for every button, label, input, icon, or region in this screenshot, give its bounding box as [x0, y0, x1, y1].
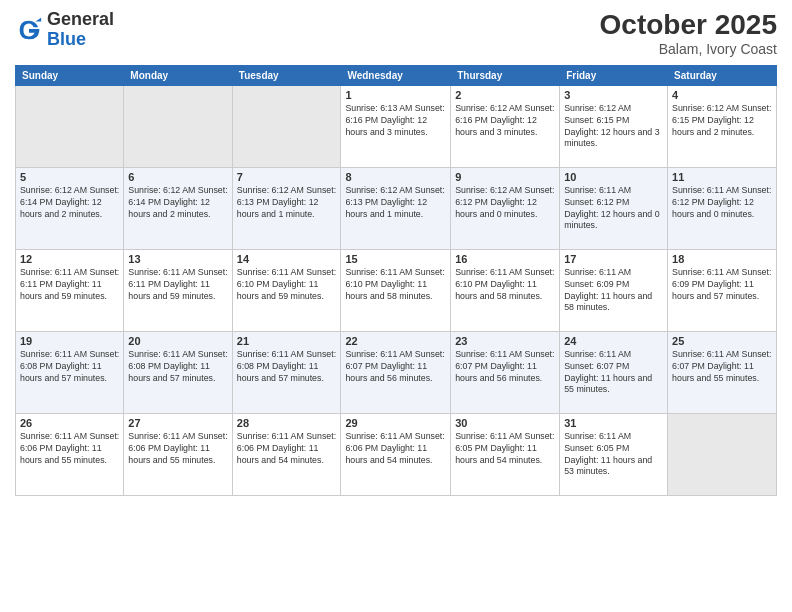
- day-number: 24: [564, 335, 663, 347]
- day-number: 26: [20, 417, 119, 429]
- calendar-cell: [668, 413, 777, 495]
- calendar-cell: 24Sunrise: 6:11 AM Sunset: 6:07 PM Dayli…: [560, 331, 668, 413]
- calendar-cell: 7Sunrise: 6:12 AM Sunset: 6:13 PM Daylig…: [232, 167, 341, 249]
- day-number: 11: [672, 171, 772, 183]
- day-info: Sunrise: 6:11 AM Sunset: 6:11 PM Dayligh…: [128, 267, 227, 303]
- day-number: 7: [237, 171, 337, 183]
- day-number: 13: [128, 253, 227, 265]
- day-number: 18: [672, 253, 772, 265]
- calendar-cell: 28Sunrise: 6:11 AM Sunset: 6:06 PM Dayli…: [232, 413, 341, 495]
- calendar-cell: 5Sunrise: 6:12 AM Sunset: 6:14 PM Daylig…: [16, 167, 124, 249]
- day-info: Sunrise: 6:11 AM Sunset: 6:09 PM Dayligh…: [672, 267, 772, 303]
- day-info: Sunrise: 6:11 AM Sunset: 6:10 PM Dayligh…: [455, 267, 555, 303]
- day-number: 6: [128, 171, 227, 183]
- day-info: Sunrise: 6:12 AM Sunset: 6:14 PM Dayligh…: [20, 185, 119, 221]
- day-number: 28: [237, 417, 337, 429]
- day-info: Sunrise: 6:12 AM Sunset: 6:12 PM Dayligh…: [455, 185, 555, 221]
- day-info: Sunrise: 6:11 AM Sunset: 6:12 PM Dayligh…: [564, 185, 663, 233]
- day-info: Sunrise: 6:11 AM Sunset: 6:07 PM Dayligh…: [455, 349, 555, 385]
- day-number: 31: [564, 417, 663, 429]
- day-info: Sunrise: 6:11 AM Sunset: 6:09 PM Dayligh…: [564, 267, 663, 315]
- calendar-cell: 3Sunrise: 6:12 AM Sunset: 6:15 PM Daylig…: [560, 85, 668, 167]
- day-info: Sunrise: 6:12 AM Sunset: 6:14 PM Dayligh…: [128, 185, 227, 221]
- weekday-header: Wednesday: [341, 65, 451, 85]
- day-number: 27: [128, 417, 227, 429]
- logo-text: General Blue: [47, 10, 114, 50]
- day-number: 10: [564, 171, 663, 183]
- day-info: Sunrise: 6:12 AM Sunset: 6:16 PM Dayligh…: [455, 103, 555, 139]
- day-number: 19: [20, 335, 119, 347]
- day-info: Sunrise: 6:11 AM Sunset: 6:08 PM Dayligh…: [128, 349, 227, 385]
- day-info: Sunrise: 6:11 AM Sunset: 6:07 PM Dayligh…: [672, 349, 772, 385]
- day-number: 3: [564, 89, 663, 101]
- calendar-cell: 12Sunrise: 6:11 AM Sunset: 6:11 PM Dayli…: [16, 249, 124, 331]
- calendar-cell: 21Sunrise: 6:11 AM Sunset: 6:08 PM Dayli…: [232, 331, 341, 413]
- day-info: Sunrise: 6:12 AM Sunset: 6:13 PM Dayligh…: [345, 185, 446, 221]
- day-info: Sunrise: 6:11 AM Sunset: 6:12 PM Dayligh…: [672, 185, 772, 221]
- day-number: 29: [345, 417, 446, 429]
- day-info: Sunrise: 6:11 AM Sunset: 6:11 PM Dayligh…: [20, 267, 119, 303]
- day-number: 21: [237, 335, 337, 347]
- calendar-cell: 1Sunrise: 6:13 AM Sunset: 6:16 PM Daylig…: [341, 85, 451, 167]
- weekday-header: Monday: [124, 65, 232, 85]
- day-number: 23: [455, 335, 555, 347]
- calendar-cell: 17Sunrise: 6:11 AM Sunset: 6:09 PM Dayli…: [560, 249, 668, 331]
- day-number: 15: [345, 253, 446, 265]
- day-number: 9: [455, 171, 555, 183]
- calendar-cell: [124, 85, 232, 167]
- header: General Blue October 2025 Balam, Ivory C…: [15, 10, 777, 57]
- day-number: 2: [455, 89, 555, 101]
- calendar-week: 26Sunrise: 6:11 AM Sunset: 6:06 PM Dayli…: [16, 413, 777, 495]
- calendar-cell: [16, 85, 124, 167]
- day-number: 16: [455, 253, 555, 265]
- calendar-cell: 4Sunrise: 6:12 AM Sunset: 6:15 PM Daylig…: [668, 85, 777, 167]
- day-info: Sunrise: 6:13 AM Sunset: 6:16 PM Dayligh…: [345, 103, 446, 139]
- calendar-cell: 19Sunrise: 6:11 AM Sunset: 6:08 PM Dayli…: [16, 331, 124, 413]
- calendar-cell: 8Sunrise: 6:12 AM Sunset: 6:13 PM Daylig…: [341, 167, 451, 249]
- day-info: Sunrise: 6:11 AM Sunset: 6:06 PM Dayligh…: [20, 431, 119, 467]
- day-number: 14: [237, 253, 337, 265]
- calendar-week: 19Sunrise: 6:11 AM Sunset: 6:08 PM Dayli…: [16, 331, 777, 413]
- weekday-header: Thursday: [451, 65, 560, 85]
- calendar-cell: 27Sunrise: 6:11 AM Sunset: 6:06 PM Dayli…: [124, 413, 232, 495]
- weekday-header: Sunday: [16, 65, 124, 85]
- day-number: 12: [20, 253, 119, 265]
- page: General Blue October 2025 Balam, Ivory C…: [0, 0, 792, 612]
- calendar-cell: 30Sunrise: 6:11 AM Sunset: 6:05 PM Dayli…: [451, 413, 560, 495]
- day-number: 30: [455, 417, 555, 429]
- calendar-cell: 22Sunrise: 6:11 AM Sunset: 6:07 PM Dayli…: [341, 331, 451, 413]
- day-info: Sunrise: 6:11 AM Sunset: 6:08 PM Dayligh…: [20, 349, 119, 385]
- calendar-cell: 10Sunrise: 6:11 AM Sunset: 6:12 PM Dayli…: [560, 167, 668, 249]
- calendar-cell: 13Sunrise: 6:11 AM Sunset: 6:11 PM Dayli…: [124, 249, 232, 331]
- calendar-cell: 20Sunrise: 6:11 AM Sunset: 6:08 PM Dayli…: [124, 331, 232, 413]
- day-info: Sunrise: 6:12 AM Sunset: 6:15 PM Dayligh…: [672, 103, 772, 139]
- calendar-cell: 25Sunrise: 6:11 AM Sunset: 6:07 PM Dayli…: [668, 331, 777, 413]
- calendar-week: 12Sunrise: 6:11 AM Sunset: 6:11 PM Dayli…: [16, 249, 777, 331]
- day-info: Sunrise: 6:11 AM Sunset: 6:06 PM Dayligh…: [128, 431, 227, 467]
- calendar-cell: 9Sunrise: 6:12 AM Sunset: 6:12 PM Daylig…: [451, 167, 560, 249]
- logo: General Blue: [15, 10, 114, 50]
- calendar-cell: 2Sunrise: 6:12 AM Sunset: 6:16 PM Daylig…: [451, 85, 560, 167]
- month-title: October 2025: [600, 10, 777, 41]
- calendar-cell: [232, 85, 341, 167]
- calendar-cell: 6Sunrise: 6:12 AM Sunset: 6:14 PM Daylig…: [124, 167, 232, 249]
- day-number: 25: [672, 335, 772, 347]
- day-info: Sunrise: 6:12 AM Sunset: 6:13 PM Dayligh…: [237, 185, 337, 221]
- calendar-cell: 18Sunrise: 6:11 AM Sunset: 6:09 PM Dayli…: [668, 249, 777, 331]
- header-row: SundayMondayTuesdayWednesdayThursdayFrid…: [16, 65, 777, 85]
- calendar-cell: 26Sunrise: 6:11 AM Sunset: 6:06 PM Dayli…: [16, 413, 124, 495]
- calendar-cell: 16Sunrise: 6:11 AM Sunset: 6:10 PM Dayli…: [451, 249, 560, 331]
- day-number: 4: [672, 89, 772, 101]
- day-info: Sunrise: 6:11 AM Sunset: 6:05 PM Dayligh…: [564, 431, 663, 479]
- day-number: 17: [564, 253, 663, 265]
- day-number: 22: [345, 335, 446, 347]
- day-info: Sunrise: 6:11 AM Sunset: 6:06 PM Dayligh…: [345, 431, 446, 467]
- day-info: Sunrise: 6:12 AM Sunset: 6:15 PM Dayligh…: [564, 103, 663, 151]
- calendar-cell: 23Sunrise: 6:11 AM Sunset: 6:07 PM Dayli…: [451, 331, 560, 413]
- calendar-cell: 14Sunrise: 6:11 AM Sunset: 6:10 PM Dayli…: [232, 249, 341, 331]
- day-info: Sunrise: 6:11 AM Sunset: 6:07 PM Dayligh…: [345, 349, 446, 385]
- calendar-week: 1Sunrise: 6:13 AM Sunset: 6:16 PM Daylig…: [16, 85, 777, 167]
- weekday-header: Saturday: [668, 65, 777, 85]
- calendar-week: 5Sunrise: 6:12 AM Sunset: 6:14 PM Daylig…: [16, 167, 777, 249]
- day-number: 1: [345, 89, 446, 101]
